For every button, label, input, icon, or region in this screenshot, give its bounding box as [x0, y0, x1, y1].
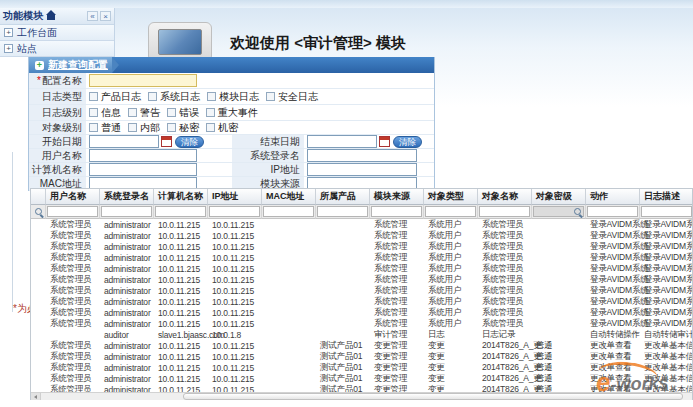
search-icon[interactable]: [35, 208, 42, 215]
table-cell: 10.0.11.215: [154, 341, 208, 351]
checkbox-confidential[interactable]: 机密: [206, 121, 238, 135]
column-header-6[interactable]: 模块来源: [370, 189, 424, 205]
table-row[interactable]: 系统管理员administrator10.0.11.21510.0.11.215…: [31, 219, 692, 230]
checkbox-icon[interactable]: [148, 92, 157, 101]
sidebar-item-workbench[interactable]: + 工作台面: [0, 25, 114, 41]
checkbox-normal[interactable]: 普通: [89, 121, 121, 135]
checkbox-error[interactable]: 错误: [167, 106, 199, 120]
scroll-thumb[interactable]: [183, 393, 683, 400]
table-cell: administrator: [100, 319, 154, 329]
filter-input-6[interactable]: [371, 206, 422, 217]
checkbox-icon[interactable]: [89, 92, 98, 101]
checkbox-icon[interactable]: [206, 108, 215, 117]
table-row[interactable]: 系统管理员administrator10.0.11.21510.0.11.215…: [31, 230, 692, 241]
checkbox-icon[interactable]: [128, 108, 137, 117]
expand-icon[interactable]: +: [4, 28, 13, 37]
table-row[interactable]: 系统管理员administrator10.0.11.21510.0.11.215…: [31, 241, 692, 252]
filter-input-11[interactable]: [641, 206, 692, 217]
form-row-user: 用户名称 系统登录名: [29, 149, 434, 163]
checkbox-module-log[interactable]: 模块日志: [207, 90, 259, 104]
column-header-9[interactable]: 对象密级: [532, 189, 586, 205]
checkbox-icon[interactable]: [167, 123, 176, 132]
filter-input-0[interactable]: [47, 206, 98, 217]
checkbox-critical[interactable]: 重大事件: [206, 106, 258, 120]
table-cell: administrator: [100, 242, 154, 252]
table-row[interactable]: 系统管理员administrator10.0.11.21510.0.11.215…: [31, 252, 692, 263]
expand-icon[interactable]: +: [4, 44, 13, 53]
table-row[interactable]: 系统管理员administrator10.0.11.21510.0.11.215…: [31, 340, 692, 351]
filter-cell: [208, 205, 262, 219]
computer-name-input[interactable]: [89, 163, 197, 176]
filter-input-10[interactable]: [587, 206, 638, 217]
column-header-2[interactable]: 计算机名称: [154, 189, 208, 205]
checkbox-icon[interactable]: [89, 108, 98, 117]
clear-start-date-button[interactable]: 清除: [175, 136, 204, 148]
sidebar-item-site[interactable]: + 站点: [0, 41, 114, 57]
table-row[interactable]: 系统管理员administrator10.0.11.21510.0.11.215…: [31, 274, 692, 285]
horizontal-scrollbar[interactable]: [31, 392, 693, 400]
config-name-input[interactable]: [89, 74, 197, 87]
checkbox-product-log[interactable]: 产品日志: [89, 90, 141, 104]
table-row[interactable]: 系统管理员administrator10.0.11.21510.0.11.215…: [31, 362, 692, 373]
column-header-10[interactable]: 动作: [586, 189, 640, 205]
table-row[interactable]: 系统管理员administrator10.0.11.21510.0.11.215…: [31, 296, 692, 307]
table-cell: 10.0.11.215: [208, 374, 262, 384]
filter-input-7[interactable]: [425, 206, 476, 217]
close-sidebar-button[interactable]: ×: [100, 11, 111, 21]
end-date-input[interactable]: [307, 135, 377, 148]
user-name-input[interactable]: [89, 149, 197, 162]
column-header-7[interactable]: 对象类型: [424, 189, 478, 205]
column-header-3[interactable]: IP地址: [208, 189, 262, 205]
panel-header: + 新建查询配置: [29, 57, 434, 73]
checkbox-secret[interactable]: 秘密: [167, 121, 199, 135]
scroll-left-button[interactable]: [31, 393, 41, 400]
table-cell: 10.0.11.215: [208, 220, 262, 230]
object-level-filter-select[interactable]: [533, 206, 584, 217]
column-header-5[interactable]: 所属产品: [316, 189, 370, 205]
filter-cell: [262, 205, 316, 219]
checkbox-info[interactable]: 信息: [89, 106, 121, 120]
table-cell: administrator: [100, 374, 154, 384]
clear-end-date-button[interactable]: 清除: [393, 136, 422, 148]
checkbox-icon[interactable]: [266, 92, 275, 101]
column-header-8[interactable]: 对象名称: [478, 189, 532, 205]
checkbox-security-log[interactable]: 安全日志: [266, 90, 318, 104]
column-header-11[interactable]: 日志描述: [640, 189, 693, 205]
table-row[interactable]: 系统管理员administrator10.0.11.21510.0.11.215…: [31, 285, 692, 296]
search-icon[interactable]: [574, 208, 581, 215]
column-header-1[interactable]: 系统登录名: [100, 189, 154, 205]
home-icon[interactable]: [46, 12, 56, 20]
checkbox-warning[interactable]: 警告: [128, 106, 160, 120]
table-row[interactable]: 系统管理员administrator10.0.11.21510.0.11.215…: [31, 373, 692, 384]
ip-address-input[interactable]: [307, 163, 417, 176]
window-edge-line: [12, 152, 13, 312]
checkbox-system-log[interactable]: 系统日志: [148, 90, 200, 104]
table-row[interactable]: 系统管理员administrator10.0.11.21510.0.11.215…: [31, 307, 692, 318]
table-row[interactable]: auditorslave1.bjaasc.com10.0.1.8审计管理日志日志…: [31, 329, 692, 340]
checkbox-icon[interactable]: [89, 123, 98, 132]
table-row[interactable]: 系统管理员administrator10.0.11.21510.0.11.215…: [31, 351, 692, 362]
table-cell: 10.0.11.215: [154, 275, 208, 285]
collapse-button[interactable]: «: [87, 11, 98, 21]
start-date-input[interactable]: [89, 135, 159, 148]
checkbox-icon[interactable]: [128, 123, 137, 132]
table-row[interactable]: 系统管理员administrator10.0.11.21510.0.11.215…: [31, 263, 692, 274]
checkbox-icon[interactable]: [207, 92, 216, 101]
column-header-4[interactable]: MAC地址: [262, 189, 316, 205]
calendar-icon[interactable]: [161, 136, 172, 147]
checkbox-icon[interactable]: [206, 123, 215, 132]
new-query-config-tab[interactable]: + 新建查询配置: [29, 57, 112, 73]
filter-input-3[interactable]: [209, 206, 260, 217]
filter-input-8[interactable]: [479, 206, 530, 217]
checkbox-internal[interactable]: 内部: [128, 121, 160, 135]
filter-input-4[interactable]: [263, 206, 314, 217]
filter-input-5[interactable]: [317, 206, 368, 217]
table-cell: administrator: [100, 220, 154, 230]
login-name-input[interactable]: [307, 149, 417, 162]
filter-input-2[interactable]: [155, 206, 206, 217]
filter-input-1[interactable]: [101, 206, 152, 217]
calendar-icon[interactable]: [379, 136, 390, 147]
column-header-0[interactable]: 用户名称: [46, 189, 100, 205]
table-row[interactable]: 系统管理员administrator10.0.11.21510.0.11.215…: [31, 318, 692, 329]
checkbox-icon[interactable]: [167, 108, 176, 117]
